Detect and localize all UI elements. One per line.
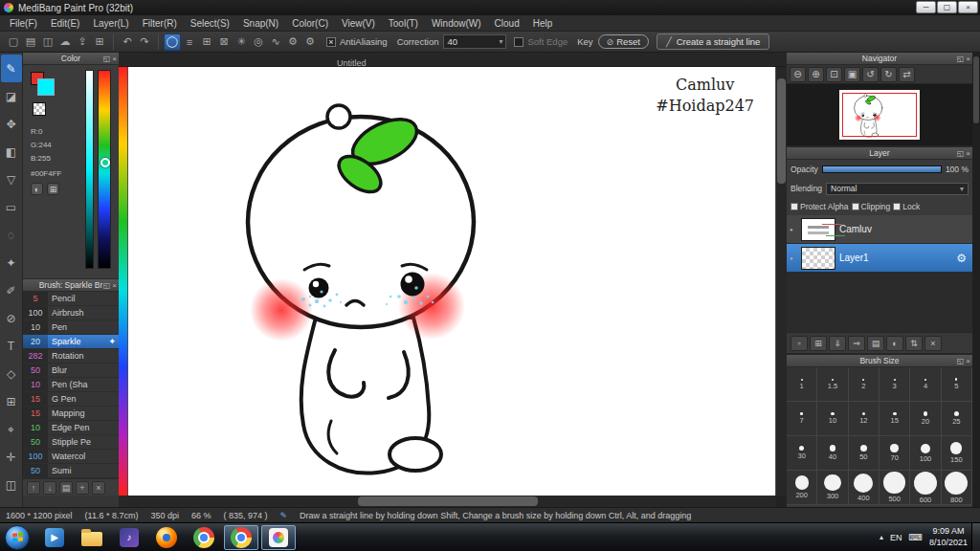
layer-folder-icon[interactable]: ▤ <box>867 336 884 351</box>
brush-item-pencil[interactable]: 5Pencil <box>23 292 119 306</box>
brush-size-40[interactable]: 40 <box>817 436 848 471</box>
taskbar-chrome-window[interactable] <box>224 525 258 550</box>
zoom-actual-icon[interactable]: ▣ <box>844 67 860 82</box>
taskbar-photo-viewer[interactable]: ♪ <box>112 525 146 550</box>
brush-item-pen-sha[interactable]: 10Pen (Sha <box>23 378 119 392</box>
close-panel-icon[interactable]: × <box>112 53 117 65</box>
select-pen-tool-icon[interactable]: ✐ <box>1 276 22 304</box>
menu-selects[interactable]: Select(S) <box>184 15 236 32</box>
snap-option-icon[interactable]: ⚙ <box>301 33 319 51</box>
snap-crisscross-icon[interactable]: ⊞ <box>198 33 215 51</box>
menu-snapn[interactable]: Snap(N) <box>236 15 285 32</box>
brush-settings-icon[interactable]: ✦ <box>108 337 116 346</box>
brush-size-300[interactable]: 300 <box>817 471 848 505</box>
delete-layer-icon[interactable]: × <box>924 336 942 351</box>
tray-expand-icon[interactable]: ▴ <box>880 533 883 541</box>
menu-help[interactable]: Help <box>526 15 560 32</box>
brush-size-7[interactable]: 7 <box>787 402 817 436</box>
close-panel-icon[interactable]: × <box>966 53 970 65</box>
brush-item-g-pen[interactable]: 15G Pen <box>23 392 119 407</box>
brush-size-100[interactable]: 100 <box>910 436 941 471</box>
docked-colorbar[interactable] <box>119 67 127 496</box>
brush-item-mapping[interactable]: 15Mapping <box>23 407 119 421</box>
menu-layerl[interactable]: Layer(L) <box>86 15 135 32</box>
snap-concentric-icon[interactable]: ◎ <box>250 33 267 51</box>
popout-panel-icon[interactable]: ◱ <box>957 355 965 367</box>
create-straight-line-button[interactable]: ╱ Create a straight line <box>657 33 769 50</box>
layer-row-camluv[interactable]: ●Camluv <box>787 215 972 244</box>
transfer-layer-icon[interactable]: ⇒ <box>848 336 865 351</box>
close-button[interactable]: × <box>958 1 978 13</box>
brush-size-5[interactable]: 5 <box>942 367 972 402</box>
show-desktop-button[interactable] <box>971 523 980 551</box>
navigator-view-rect[interactable] <box>842 93 917 137</box>
duplicate-layer-icon[interactable]: ⊞ <box>810 336 827 351</box>
canvas[interactable]: Camluv #Hoidap247 <box>128 67 775 496</box>
brush-item-blur[interactable]: 50Blur <box>23 364 119 378</box>
brush-item-pen[interactable]: 10Pen <box>23 320 119 335</box>
taskbar-media-player[interactable]: ▶ <box>37 525 72 550</box>
color-wheel-icon[interactable]: ◐ <box>31 183 43 195</box>
save-file-icon[interactable]: ◫ <box>39 33 56 51</box>
dock-scrollbar-thumb[interactable] <box>973 56 979 123</box>
menu-edite[interactable]: Edit(E) <box>44 15 87 32</box>
brush-size-25[interactable]: 25 <box>942 402 972 436</box>
snap-settings-icon[interactable]: ⚙ <box>284 33 301 51</box>
layer-settings-icon[interactable]: ⚙ <box>956 252 967 265</box>
brush-size-1[interactable]: 1 <box>787 367 817 402</box>
undo-icon[interactable]: ↶ <box>119 33 136 51</box>
open-file-icon[interactable]: ▤ <box>22 33 39 51</box>
horizontal-scrollbar-thumb[interactable] <box>358 496 538 506</box>
layer-visibility-icon[interactable]: ● <box>790 255 797 261</box>
hue-bar[interactable] <box>98 70 111 269</box>
opacity-slider[interactable] <box>822 165 942 173</box>
brush-size-70[interactable]: 70 <box>880 436 910 471</box>
brush-item-airbrush[interactable]: 100Airbrush <box>23 306 119 320</box>
panel-toggle-icon[interactable]: ◫ <box>1 471 22 498</box>
brush-size-50[interactable]: 50 <box>849 436 880 471</box>
menu-viewv[interactable]: View(V) <box>335 15 382 32</box>
correction-dropdown[interactable]: 40▾ <box>443 34 506 49</box>
layer-row-layer1[interactable]: ●Layer1⚙ <box>787 244 972 273</box>
brush-size-500[interactable]: 500 <box>880 471 910 505</box>
brush-size-10[interactable]: 10 <box>817 402 848 436</box>
rotate-right-icon[interactable]: ↻ <box>880 67 897 82</box>
brush-folder-icon[interactable]: ▤ <box>59 481 73 495</box>
snap-radial-icon[interactable]: ✳ <box>233 33 250 51</box>
divide-tool-icon[interactable]: ⊞ <box>1 387 22 415</box>
navigator-thumbnail[interactable] <box>839 90 920 140</box>
transparent-color-swatch[interactable] <box>33 102 46 116</box>
menu-cloud[interactable]: Cloud <box>488 15 526 32</box>
brush-item-sumi[interactable]: 50Sumi <box>23 464 119 478</box>
eraser-tool-icon[interactable]: ◪ <box>1 82 22 110</box>
popout-panel-icon[interactable]: ◱ <box>957 147 965 160</box>
brush-size-600[interactable]: 600 <box>910 471 941 505</box>
soft-edge-checkbox[interactable] <box>514 37 523 47</box>
export-icon[interactable]: ⇪ <box>74 33 91 51</box>
blending-dropdown[interactable]: Normal▾ <box>826 183 969 195</box>
lasso-tool-icon[interactable]: ◌ <box>1 221 22 249</box>
brush-item-edge-pen[interactable]: 10Edge Pen <box>23 421 119 435</box>
taskbar-chrome[interactable] <box>187 525 221 550</box>
close-panel-icon[interactable]: × <box>966 147 970 160</box>
protect-alpha-checkbox[interactable] <box>791 203 798 210</box>
popout-panel-icon[interactable]: ◱ <box>957 53 965 65</box>
vertical-scrollbar-thumb[interactable] <box>777 78 786 184</box>
new-layer-icon[interactable]: ▫ <box>791 336 808 351</box>
brush-next-icon[interactable]: ↓ <box>43 481 56 495</box>
brush-prev-icon[interactable]: ↑ <box>27 481 40 495</box>
layer-mask-icon[interactable]: ◐ <box>886 336 903 351</box>
minimize-button[interactable]: ─ <box>916 1 936 13</box>
layer-order-icon[interactable]: ⇅ <box>905 336 923 351</box>
fill-tool-icon[interactable]: ◧ <box>1 138 22 165</box>
publish-icon[interactable]: ⊞ <box>91 33 108 51</box>
delete-brush-icon[interactable]: × <box>92 481 105 495</box>
eyedropper-tool-icon[interactable]: ⌖ <box>1 415 22 443</box>
popout-panel-icon[interactable]: ◱ <box>103 279 111 292</box>
close-panel-icon[interactable]: × <box>966 355 970 367</box>
select-tool-icon[interactable]: ▭ <box>1 193 22 221</box>
brush-size-150[interactable]: 150 <box>942 436 972 471</box>
vertical-scrollbar[interactable] <box>776 67 787 496</box>
layer-visibility-icon[interactable]: ● <box>790 227 797 232</box>
menu-toolt[interactable]: Tool(T) <box>382 15 425 32</box>
